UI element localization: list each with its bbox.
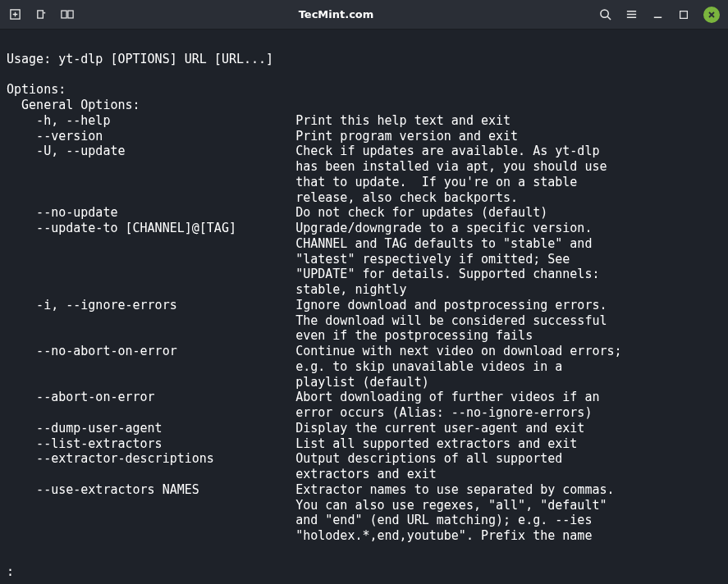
- option-desc: Print this help text and exit: [295, 113, 511, 129]
- option-desc-cont: that to update. If you're on a stable: [7, 175, 720, 190]
- section-header: General Options:: [7, 98, 140, 112]
- option-row: --abort-on-errorAbort downloading of fur…: [7, 390, 720, 405]
- option-desc: Extractor names to use separated by comm…: [295, 482, 614, 498]
- option-desc: Ignore download and postprocessing error…: [295, 298, 607, 313]
- menu-icon[interactable]: [625, 8, 638, 21]
- option-desc-cont: error occurs (Alias: --no-ignore-errors): [7, 405, 720, 421]
- option-desc: Output descriptions of all supported: [295, 451, 562, 467]
- option-desc-cont: release, also check backports.: [7, 190, 720, 206]
- option-flag: --dump-user-agent: [7, 421, 295, 436]
- option-desc-cont: stable, nightly: [7, 282, 720, 298]
- option-flag: -U, --update: [7, 144, 295, 159]
- option-desc-cont: playlist (default): [7, 375, 720, 390]
- svg-rect-2: [68, 11, 73, 18]
- new-tab-icon[interactable]: [8, 8, 21, 21]
- svg-rect-1: [62, 11, 66, 18]
- option-desc-cont: "holodex.*,end,youtube". Prefix the name: [7, 528, 720, 544]
- option-row: --dump-user-agentDisplay the current use…: [7, 421, 720, 436]
- option-desc: Print program version and exit: [295, 129, 518, 144]
- minimize-icon[interactable]: [651, 8, 664, 21]
- option-flag: --abort-on-error: [7, 390, 295, 405]
- titlebar: TecMint.com: [0, 0, 728, 30]
- option-flag: -i, --ignore-errors: [7, 298, 295, 313]
- option-desc-cont: even if the postprocessing fails: [7, 328, 720, 344]
- option-desc-cont: "latest" respectively if omitted; See: [7, 252, 720, 267]
- option-flag: --list-extractors: [7, 436, 295, 452]
- titlebar-left: [8, 8, 74, 21]
- option-row: -i, --ignore-errorsIgnore download and p…: [7, 298, 720, 313]
- pager-prompt[interactable]: :: [7, 564, 14, 579]
- option-desc: Display the current user-agent and exit: [295, 421, 584, 436]
- usage-line: Usage: yt-dlp [OPTIONS] URL [URL...]: [7, 52, 273, 66]
- option-desc-cont: and "end" (end URL matching); e.g. --ies: [7, 513, 720, 528]
- option-desc-cont: CHANNEL and TAG defaults to "stable" and: [7, 236, 720, 252]
- option-row: --use-extractors NAMESExtractor names to…: [7, 482, 720, 498]
- option-flag: --update-to [CHANNEL]@[TAG]: [7, 221, 295, 236]
- option-row: -U, --updateCheck if updates are availab…: [7, 144, 720, 159]
- option-desc: List all supported extractors and exit: [295, 436, 577, 452]
- option-desc: Abort downloading of further videos if a…: [295, 390, 599, 405]
- maximize-icon[interactable]: [677, 8, 690, 21]
- option-row: --no-abort-on-errorContinue with next vi…: [7, 344, 720, 359]
- option-desc: Do not check for updates (default): [295, 205, 547, 221]
- option-flag: --use-extractors NAMES: [7, 482, 295, 498]
- option-desc: Upgrade/downgrade to a specific version.: [295, 221, 592, 236]
- option-desc: Continue with next video on download err…: [295, 344, 621, 359]
- option-flag: --version: [7, 129, 295, 144]
- option-row: --list-extractorsList all supported extr…: [7, 436, 720, 452]
- options-list: -h, --helpPrint this help text and exit …: [7, 113, 720, 544]
- option-desc-cont: extractors and exit: [7, 467, 720, 482]
- option-row: --no-updateDo not check for updates (def…: [7, 205, 720, 221]
- options-header: Options:: [7, 82, 66, 97]
- option-flag: --no-abort-on-error: [7, 344, 295, 359]
- titlebar-right: [598, 7, 720, 23]
- svg-point-3: [600, 10, 607, 17]
- option-row: --update-to [CHANNEL]@[TAG]Upgrade/downg…: [7, 221, 720, 236]
- window-title: TecMint.com: [74, 8, 598, 21]
- option-flag: --no-update: [7, 205, 295, 221]
- option-row: --versionPrint program version and exit: [7, 129, 720, 144]
- option-row: -h, --helpPrint this help text and exit: [7, 113, 720, 129]
- option-desc-cont: You can also use regexes, "all", "defaul…: [7, 498, 720, 513]
- option-desc-cont: e.g. to skip unavailable videos in a: [7, 359, 720, 375]
- split-icon[interactable]: [61, 8, 74, 21]
- option-flag: --extractor-descriptions: [7, 451, 295, 467]
- option-row: --extractor-descriptionsOutput descripti…: [7, 451, 720, 467]
- option-desc-cont: The download will be considered successf…: [7, 313, 720, 329]
- option-desc: Check if updates are available. As yt-dl…: [295, 144, 599, 159]
- option-flag: -h, --help: [7, 113, 295, 129]
- close-icon[interactable]: [703, 7, 720, 23]
- svg-rect-4: [680, 11, 688, 18]
- option-desc-cont: has been installed via apt, you should u…: [7, 159, 720, 175]
- new-window-icon[interactable]: [34, 8, 48, 21]
- terminal-output[interactable]: Usage: yt-dlp [OPTIONS] URL [URL...] Opt…: [0, 30, 728, 544]
- search-icon[interactable]: [598, 8, 611, 21]
- option-desc-cont: "UPDATE" for details. Supported channels…: [7, 267, 720, 282]
